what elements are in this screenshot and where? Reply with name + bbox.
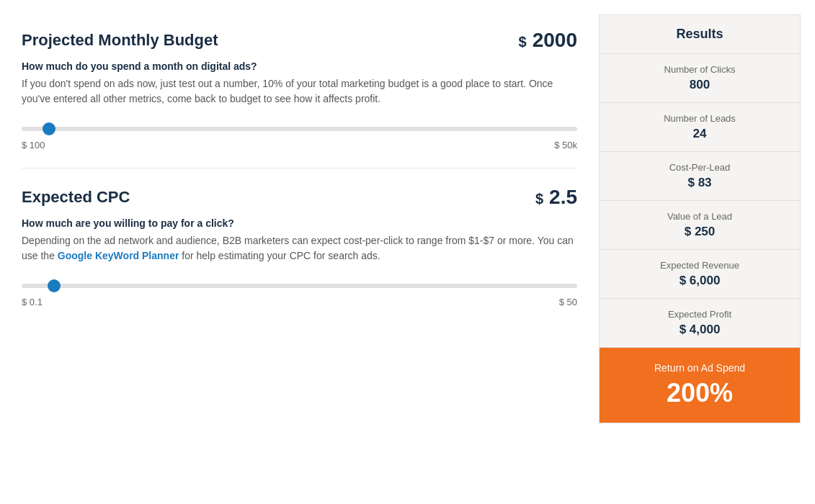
budget-value-group: $ 2000 xyxy=(519,29,577,52)
results-panel: Results Number of Clicks 800 Number of L… xyxy=(599,14,801,423)
result-profit: Expected Profit $ 4,000 xyxy=(600,299,800,348)
result-leads-value: 24 xyxy=(611,127,788,141)
cpc-value: 2.5 xyxy=(549,186,577,209)
result-clicks-label: Number of Clicks xyxy=(611,64,788,75)
budget-header: Projected Monthly Budget $ 2000 xyxy=(22,29,577,52)
cpc-slider-max: $ 50 xyxy=(559,297,577,307)
budget-question: How much do you spend a month on digital… xyxy=(22,60,577,72)
cpc-title: Expected CPC xyxy=(22,188,130,207)
budget-slider-min: $ 100 xyxy=(22,140,45,150)
result-profit-value: $ 4,000 xyxy=(611,323,788,337)
results-title: Results xyxy=(600,15,800,54)
result-lead-value: Value of a Lead $ 250 xyxy=(600,201,800,250)
result-profit-label: Expected Profit xyxy=(611,309,788,320)
result-lead-value-value: $ 250 xyxy=(611,225,788,239)
cpc-slider[interactable] xyxy=(22,284,577,288)
result-cpl-label: Cost-Per-Lead xyxy=(611,162,788,173)
cpc-header: Expected CPC $ 2.5 xyxy=(22,186,577,209)
budget-currency: $ xyxy=(519,34,527,50)
result-revenue-label: Expected Revenue xyxy=(611,260,788,271)
budget-slider-labels: $ 100 $ 50k xyxy=(22,140,577,150)
result-clicks-value: 800 xyxy=(611,78,788,92)
cpc-currency: $ xyxy=(535,191,543,207)
cpc-slider-row xyxy=(22,278,577,291)
result-lead-value-label: Value of a Lead xyxy=(611,211,788,222)
cpc-slider-min: $ 0.1 xyxy=(22,297,43,307)
budget-section: Projected Monthly Budget $ 2000 How much… xyxy=(22,29,577,168)
main-container: Projected Monthly Budget $ 2000 How much… xyxy=(14,14,801,423)
left-panel: Projected Monthly Budget $ 2000 How much… xyxy=(14,14,599,423)
result-cpl-value: $ 83 xyxy=(611,176,788,190)
budget-description: If you don't spend on ads now, just test… xyxy=(22,76,577,107)
budget-slider-max: $ 50k xyxy=(554,140,577,150)
roas-label: Return on Ad Spend xyxy=(611,362,788,374)
result-cpl: Cost-Per-Lead $ 83 xyxy=(600,152,800,201)
result-revenue: Expected Revenue $ 6,000 xyxy=(600,250,800,299)
result-leads-label: Number of Leads xyxy=(611,113,788,124)
roas-section: Return on Ad Spend 200% xyxy=(600,348,800,423)
cpc-desc-after: for help estimating your CPC for search … xyxy=(179,250,380,261)
budget-value: 2000 xyxy=(533,29,577,52)
cpc-description: Depending on the ad network and audience… xyxy=(22,233,577,264)
result-revenue-value: $ 6,000 xyxy=(611,274,788,288)
cpc-section: Expected CPC $ 2.5 How much are you will… xyxy=(22,186,577,325)
roas-value: 200% xyxy=(611,378,788,408)
budget-title: Projected Monthly Budget xyxy=(22,31,218,50)
cpc-slider-labels: $ 0.1 $ 50 xyxy=(22,297,577,307)
google-keyword-planner-link[interactable]: Google KeyWord Planner xyxy=(58,250,179,261)
result-clicks: Number of Clicks 800 xyxy=(600,54,800,103)
budget-slider-row xyxy=(22,121,577,134)
cpc-question: How much are you willing to pay for a cl… xyxy=(22,217,577,229)
budget-slider[interactable] xyxy=(22,127,577,131)
result-leads: Number of Leads 24 xyxy=(600,103,800,152)
cpc-value-group: $ 2.5 xyxy=(535,186,577,209)
